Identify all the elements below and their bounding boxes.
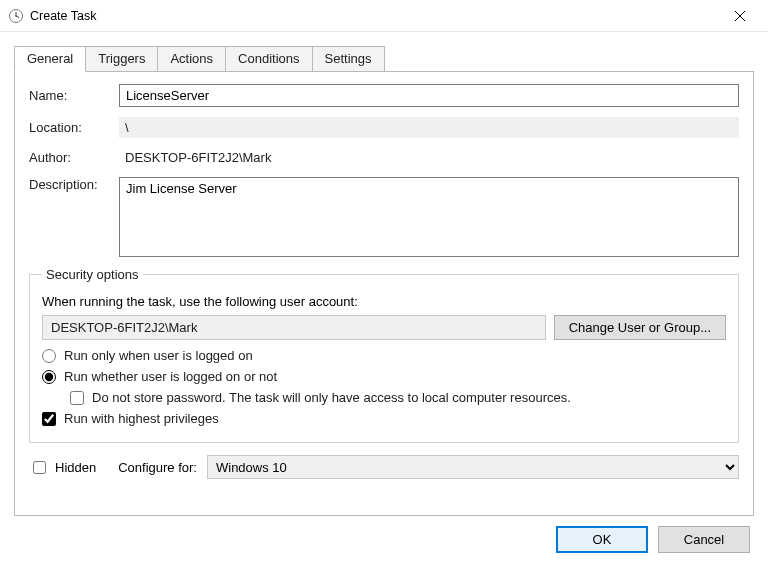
- security-prompt: When running the task, use the following…: [42, 294, 726, 309]
- change-user-button[interactable]: Change User or Group...: [554, 315, 726, 340]
- check-hidden-input[interactable]: [33, 461, 46, 474]
- author-label: Author:: [29, 150, 119, 165]
- name-label: Name:: [29, 88, 119, 103]
- security-legend: Security options: [42, 267, 143, 282]
- check-do-not-store-password-label: Do not store password. The task will onl…: [92, 390, 571, 405]
- radio-run-logged-or-not[interactable]: Run whether user is logged on or not: [42, 369, 726, 384]
- tab-conditions[interactable]: Conditions: [225, 46, 312, 71]
- tab-settings[interactable]: Settings: [312, 46, 385, 71]
- check-do-not-store-password[interactable]: Do not store password. The task will onl…: [70, 390, 726, 405]
- location-label: Location:: [29, 120, 119, 135]
- tabstrip: General Triggers Actions Conditions Sett…: [14, 46, 754, 71]
- scheduler-clock-icon: [8, 8, 24, 24]
- security-options-group: Security options When running the task, …: [29, 267, 739, 443]
- tab-triggers[interactable]: Triggers: [85, 46, 158, 71]
- configure-for-label: Configure for:: [118, 460, 197, 475]
- security-account: DESKTOP-6FIT2J2\Mark: [42, 315, 546, 340]
- titlebar: Create Task: [0, 0, 768, 32]
- check-highest-privileges-input[interactable]: [42, 412, 56, 426]
- check-hidden-label: Hidden: [55, 460, 96, 475]
- check-hidden[interactable]: Hidden: [29, 458, 96, 477]
- location-value: \: [119, 117, 739, 138]
- cancel-button[interactable]: Cancel: [658, 526, 750, 553]
- svg-point-3: [15, 15, 17, 17]
- radio-run-logged-on[interactable]: Run only when user is logged on: [42, 348, 726, 363]
- close-icon: [734, 10, 746, 22]
- check-do-not-store-password-input[interactable]: [70, 391, 84, 405]
- name-input[interactable]: [119, 84, 739, 107]
- radio-run-logged-or-not-input[interactable]: [42, 370, 56, 384]
- radio-run-logged-on-label: Run only when user is logged on: [64, 348, 253, 363]
- radio-run-logged-or-not-label: Run whether user is logged on or not: [64, 369, 277, 384]
- tabpanel-general: Name: Location: \ Author: DESKTOP-6FIT2J…: [14, 71, 754, 516]
- ok-button[interactable]: OK: [556, 526, 648, 553]
- configure-for-select[interactable]: Windows 10: [207, 455, 739, 479]
- check-highest-privileges[interactable]: Run with highest privileges: [42, 411, 726, 426]
- radio-run-logged-on-input[interactable]: [42, 349, 56, 363]
- author-value: DESKTOP-6FIT2J2\Mark: [119, 148, 739, 167]
- description-label: Description:: [29, 177, 119, 192]
- check-highest-privileges-label: Run with highest privileges: [64, 411, 219, 426]
- window-title: Create Task: [30, 9, 717, 23]
- tab-general[interactable]: General: [14, 46, 86, 72]
- close-button[interactable]: [717, 2, 762, 30]
- tab-actions[interactable]: Actions: [157, 46, 226, 71]
- description-input[interactable]: [119, 177, 739, 257]
